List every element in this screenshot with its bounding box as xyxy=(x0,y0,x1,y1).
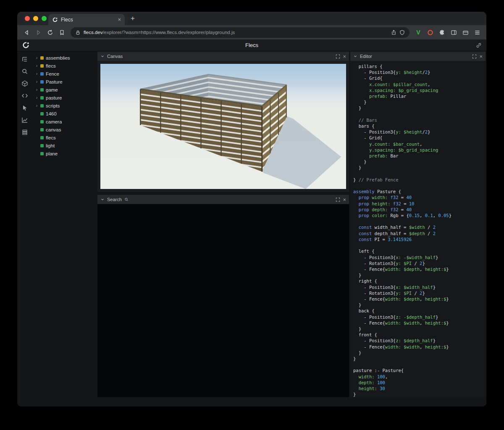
canvas-panel-title: Canvas xyxy=(107,54,123,59)
code-line xyxy=(353,111,486,117)
code-line xyxy=(353,242,486,248)
tree-item-camera[interactable]: camera xyxy=(32,118,96,126)
editor-code[interactable]: pillars { - Position3{y: $height/2} - Gr… xyxy=(350,61,486,397)
lock-icon xyxy=(75,30,81,35)
expand-arrow-icon[interactable]: › xyxy=(35,87,38,92)
code-line: - Position3{y: $height/2} xyxy=(353,69,486,75)
new-tab-button[interactable]: + xyxy=(131,15,135,22)
code-line: prop width: f32 = 40 xyxy=(353,194,486,200)
code-line: } xyxy=(353,272,486,278)
code-icon[interactable] xyxy=(21,92,28,99)
fullscreen-icon[interactable] xyxy=(336,197,340,202)
zoom-window-button[interactable] xyxy=(42,16,47,21)
url-text: flecs.dev/explorer/?wasm=https://www.fle… xyxy=(84,30,235,35)
red-circle-extension-icon[interactable] xyxy=(425,27,436,38)
code-line: assembly Pasture { xyxy=(353,189,486,194)
tree-item-scripts[interactable]: ›scripts xyxy=(32,102,96,110)
tree-item-Fence[interactable]: ›Fence xyxy=(32,70,96,78)
link-icon[interactable] xyxy=(476,42,482,48)
chevron-down-icon[interactable] xyxy=(100,197,105,202)
tree-item-flecs[interactable]: ›flecs xyxy=(32,62,96,70)
entity-kind-icon xyxy=(40,152,44,155)
code-line: pillars { xyxy=(353,63,486,69)
editor-panel: Editor × pillars { - Position3{y: $heigh… xyxy=(350,52,486,397)
chevron-down-icon[interactable] xyxy=(353,54,357,58)
entity-kind-icon xyxy=(40,144,44,147)
entity-kind-icon xyxy=(40,88,44,92)
entity-kind-icon xyxy=(40,96,44,100)
code-line: left { xyxy=(353,248,486,254)
components-cube-icon[interactable] xyxy=(21,80,28,87)
code-line: depth: 100 xyxy=(353,380,486,385)
reload-button[interactable] xyxy=(45,27,55,38)
tree-item-label: pasture xyxy=(46,95,62,100)
expand-arrow-icon[interactable]: › xyxy=(35,103,38,108)
code-line: - Fence{width: $width, height:$} xyxy=(353,344,486,350)
close-panel-icon[interactable]: × xyxy=(343,54,346,59)
v-extension-icon[interactable]: V xyxy=(413,27,424,38)
entity-kind-icon xyxy=(40,104,44,108)
canvas-panel: Canvas × xyxy=(97,52,349,192)
expand-arrow-icon[interactable]: › xyxy=(35,63,38,68)
code-line: - Position3{x: $width_half} xyxy=(353,284,486,290)
search-panel-header: Search × xyxy=(97,195,349,204)
tab-close-icon[interactable]: × xyxy=(118,17,121,22)
code-line: width: 100, xyxy=(353,374,486,380)
code-line xyxy=(353,362,486,367)
query-search-icon[interactable] xyxy=(21,68,28,75)
code-line: prop height: f32 = 10 xyxy=(353,201,486,207)
code-line: // Bars xyxy=(353,117,486,123)
tables-icon[interactable] xyxy=(21,129,28,136)
fullscreen-icon[interactable] xyxy=(472,54,477,59)
minimize-window-button[interactable] xyxy=(33,16,38,21)
close-panel-icon[interactable]: × xyxy=(343,197,346,202)
forward-button[interactable] xyxy=(33,27,44,38)
tree-item-assemblies[interactable]: ›assemblies xyxy=(32,54,96,62)
code-line: } xyxy=(353,391,486,397)
code-line: pasture :- Pasture{ xyxy=(353,367,486,373)
code-line: y.count: $bar_count, xyxy=(353,141,486,147)
extensions-puzzle-icon[interactable] xyxy=(436,27,447,38)
tree-item-label: assemblies xyxy=(46,55,70,60)
tree-item-1460[interactable]: 1460 xyxy=(32,110,96,118)
chevron-down-icon[interactable] xyxy=(100,54,105,58)
tree-item-light[interactable]: light xyxy=(32,142,96,149)
canvas-3d-scene[interactable] xyxy=(100,64,346,189)
tree-item-game[interactable]: ›game xyxy=(32,86,96,94)
tree-item-canvas[interactable]: canvas xyxy=(32,126,96,134)
tree-item-label: light xyxy=(46,143,55,148)
expand-arrow-icon[interactable]: › xyxy=(35,95,38,100)
tree-item-plane[interactable]: plane xyxy=(32,149,96,157)
code-line: } xyxy=(353,302,486,308)
code-line: front { xyxy=(353,332,486,338)
share-icon[interactable] xyxy=(391,30,396,35)
expand-arrow-icon[interactable]: › xyxy=(35,79,38,84)
brave-shield-icon[interactable] xyxy=(399,30,405,35)
tree-item-flecs[interactable]: flecs xyxy=(32,134,96,142)
code-line: } // Prefab Fence xyxy=(353,177,486,183)
sidebar-panel-icon[interactable] xyxy=(448,27,459,38)
tree-item-pasture[interactable]: ›pasture xyxy=(32,94,96,102)
expand-arrow-icon[interactable]: › xyxy=(35,71,38,76)
back-button[interactable] xyxy=(21,27,32,38)
entity-tree-icon[interactable] xyxy=(21,56,28,63)
entity-kind-icon xyxy=(40,64,44,68)
code-line: } xyxy=(353,99,486,105)
statistics-chart-icon[interactable] xyxy=(21,117,28,123)
close-window-button[interactable] xyxy=(25,16,30,21)
code-line: back { xyxy=(353,308,486,314)
expand-arrow-icon[interactable]: › xyxy=(35,55,38,60)
inspector-cursor-icon[interactable] xyxy=(21,105,28,111)
browser-tab[interactable]: Flecs × xyxy=(48,14,125,25)
url-bar[interactable]: flecs.dev/explorer/?wasm=https://www.fle… xyxy=(71,27,410,38)
close-panel-icon[interactable]: × xyxy=(479,54,483,59)
tree-item-label: scripts xyxy=(46,103,60,108)
wallet-icon[interactable] xyxy=(460,27,471,38)
bookmark-icon[interactable] xyxy=(56,27,67,38)
code-line: const depth_half = $depth / 2 xyxy=(353,231,486,236)
flecs-logo xyxy=(22,41,30,49)
code-line: prefab: Pillar xyxy=(353,93,486,99)
fullscreen-icon[interactable] xyxy=(336,54,340,59)
menu-icon[interactable] xyxy=(472,27,483,38)
tree-item-Pasture[interactable]: ›Pasture xyxy=(32,78,96,86)
